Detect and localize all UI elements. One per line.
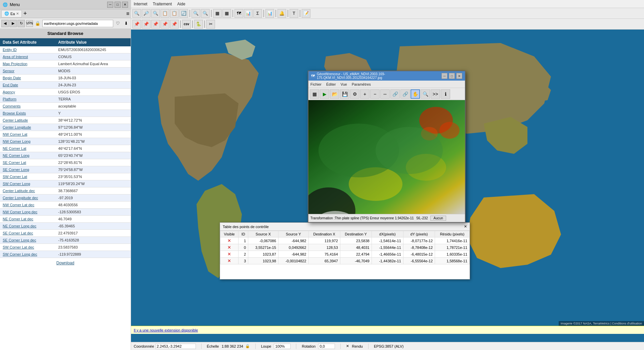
toolbar2-cut-btn[interactable]: ✂ <box>206 20 215 29</box>
status-rotation-input[interactable] <box>318 344 335 349</box>
attr-link-15[interactable]: NE Corner Long <box>3 154 30 158</box>
status-coord-input[interactable] <box>156 344 196 349</box>
attr-link-6[interactable]: Agency <box>3 90 15 94</box>
download-icon[interactable]: ⬇ <box>123 20 129 27</box>
tab-close-icon[interactable]: ✕ <box>16 12 19 15</box>
attr-link-24[interactable]: NE Corner Lat dec <box>3 217 33 221</box>
georef-menu-vue[interactable]: Vue <box>341 82 347 86</box>
toolbar-map2-btn[interactable]: 📊 <box>244 9 253 18</box>
toolbar-refresh-btn[interactable]: 🔄 <box>179 9 188 18</box>
toolbar-text-btn[interactable]: T <box>290 9 298 18</box>
minimize-button[interactable]: ─ <box>107 2 113 8</box>
extension-link[interactable]: Il y a une nouvelle extension disponible <box>134 328 198 332</box>
attr-link-21[interactable]: Center Longitude dec <box>3 196 38 200</box>
attr-link-2[interactable]: Map Projection <box>3 62 27 66</box>
bookmark-icon[interactable]: ♡ <box>115 20 121 27</box>
toolbar2-pin5-btn[interactable]: 📌 <box>170 20 179 29</box>
georef-tool-more[interactable]: >> <box>431 89 440 99</box>
georef-menu-editer[interactable]: Éditer <box>326 82 336 86</box>
georef-tool-add-pt[interactable]: + <box>360 89 370 99</box>
toolbar-sum-btn[interactable]: Σ <box>253 9 262 18</box>
georef-tool-settings[interactable]: ⚙ <box>350 89 359 99</box>
georef-tool-open[interactable]: 📂 <box>330 89 339 99</box>
attr-link-17[interactable]: SE Corner Long <box>3 168 29 172</box>
cp-close-btn[interactable]: ✕ <box>464 224 467 229</box>
forward-button[interactable]: ▶ <box>9 20 17 27</box>
reload-button[interactable]: ↻ <box>17 20 25 27</box>
toolbar-select-btn[interactable]: ▦ <box>213 9 222 18</box>
attr-link-11[interactable]: Center Longitude <box>3 125 31 129</box>
attr-link-13[interactable]: NW Corner Long <box>3 139 31 143</box>
georef-tool-play[interactable]: ▶ <box>320 89 329 99</box>
toolbar-paste-btn[interactable]: 📋 <box>170 9 179 18</box>
toolbar-select2-btn[interactable]: ▦ <box>222 9 231 18</box>
new-tab-button[interactable]: + <box>23 10 27 17</box>
toolbar-chart-btn[interactable]: 📊 <box>265 9 274 18</box>
attr-link-7[interactable]: Platform <box>3 97 16 101</box>
cp-table-container[interactable]: VisibleIDSource XSource YDestination XDe… <box>220 231 470 279</box>
attr-link-25[interactable]: NE Corner Long dec <box>3 224 36 228</box>
toolbar-zoom2-btn[interactable]: 🔍 <box>201 9 210 18</box>
georef-close-btn[interactable]: ✕ <box>456 73 462 79</box>
attr-link-10[interactable]: Center Latitude <box>3 118 28 122</box>
address-input[interactable] <box>42 20 113 27</box>
maximize-button[interactable]: □ <box>115 2 121 8</box>
georef-tool-info[interactable]: ℹ <box>441 89 450 99</box>
attr-link-16[interactable]: SE Corner Lat <box>3 161 26 165</box>
menu-icon[interactable]: ≡ <box>126 11 129 17</box>
georef-tool-move[interactable]: ↔ <box>380 89 390 99</box>
toolbar-search2-btn[interactable]: 🔎 <box>142 9 151 18</box>
toolbar-zoom-btn[interactable]: 🔍 <box>191 9 200 18</box>
georef-tool-layer[interactable]: ▦ <box>310 89 319 99</box>
back-button[interactable]: ◀ <box>1 20 9 27</box>
georef-aucun-btn[interactable]: Aucun <box>430 216 446 221</box>
toolbar-search3-btn[interactable]: 🔍 <box>151 9 160 18</box>
toolbar-edit-btn[interactable]: 📝 <box>302 9 310 18</box>
qgis-map-area[interactable]: 🗺 Géoréférenceur - US_eMAH_NDVI.2003.169… <box>131 30 644 342</box>
georef-maximize-btn[interactable]: □ <box>449 73 455 79</box>
status-loupe-input[interactable] <box>274 344 291 349</box>
attr-link-4[interactable]: Begin Date <box>3 76 21 80</box>
toolbar2-pin-btn[interactable]: 📌 <box>132 20 141 29</box>
attr-link-29[interactable]: SW Corner Long dec <box>3 252 37 256</box>
download-link[interactable]: Download <box>0 258 131 268</box>
attr-link-12[interactable]: NW Corner Lat <box>3 132 27 136</box>
toolbar2-csv-btn[interactable]: csv <box>182 20 191 29</box>
attr-link-3[interactable]: Sensor <box>3 69 14 73</box>
georef-image-area[interactable] <box>308 100 465 214</box>
attr-link-19[interactable]: SW Corner Long <box>3 182 30 186</box>
qgis-menu-internet[interactable]: Internet <box>134 2 147 6</box>
georef-menu-parametres[interactable]: Paramètres <box>352 82 371 86</box>
toolbar-copy-btn[interactable]: 📋 <box>161 9 169 18</box>
toolbar2-pin3-btn[interactable]: 📌 <box>151 20 160 29</box>
qgis-menu-aide[interactable]: Aide <box>177 2 185 6</box>
attr-link-9[interactable]: Browse Exists <box>3 111 26 115</box>
georef-tool-link[interactable]: 🔗 <box>390 89 400 99</box>
vpn-icon[interactable]: VPN <box>26 20 33 27</box>
attr-link-26[interactable]: SE Corner Lat dec <box>3 231 33 235</box>
georef-tool-link2[interactable]: 🔗 <box>400 89 410 99</box>
attr-link-8[interactable]: Comments <box>3 104 20 108</box>
georef-minimize-btn[interactable]: ─ <box>441 73 447 79</box>
georef-tool-del-pt[interactable]: − <box>370 89 380 99</box>
attr-link-1[interactable]: Area of Interest <box>3 55 28 59</box>
attr-link-5[interactable]: End Date <box>3 83 18 87</box>
georef-tool-pan[interactable]: ✋ <box>411 89 420 99</box>
toolbar2-pin4-btn[interactable]: 📌 <box>161 20 169 29</box>
attr-link-23[interactable]: NW Corner Long dec <box>3 210 37 214</box>
attr-link-27[interactable]: SE Corner Long dec <box>3 238 36 242</box>
attr-link-22[interactable]: NW Corner Lat dec <box>3 203 34 207</box>
qgis-menu-traitement[interactable]: Traitement <box>153 2 172 6</box>
attr-link-20[interactable]: Center Latitude dec <box>3 189 35 193</box>
browser-tab[interactable]: 🌐 Ea ✕ <box>1 10 22 17</box>
attr-link-18[interactable]: SW Corner Lat <box>3 175 27 179</box>
toolbar-map-btn[interactable]: 🗺 <box>234 9 243 18</box>
close-button[interactable]: ✕ <box>122 2 128 8</box>
toolbar2-python-btn[interactable]: 🐍 <box>194 20 203 29</box>
attr-link-0[interactable]: Entity ID <box>3 48 17 52</box>
georef-menu-fichier[interactable]: Fichier <box>310 82 321 86</box>
attr-link-28[interactable]: SW Corner Lat dec <box>3 245 34 249</box>
toolbar-search-btn[interactable]: 🔍 <box>132 9 141 18</box>
georef-tool-zoom[interactable]: 🔍 <box>421 89 430 99</box>
toolbar2-pin2-btn[interactable]: 📌 <box>142 20 151 29</box>
